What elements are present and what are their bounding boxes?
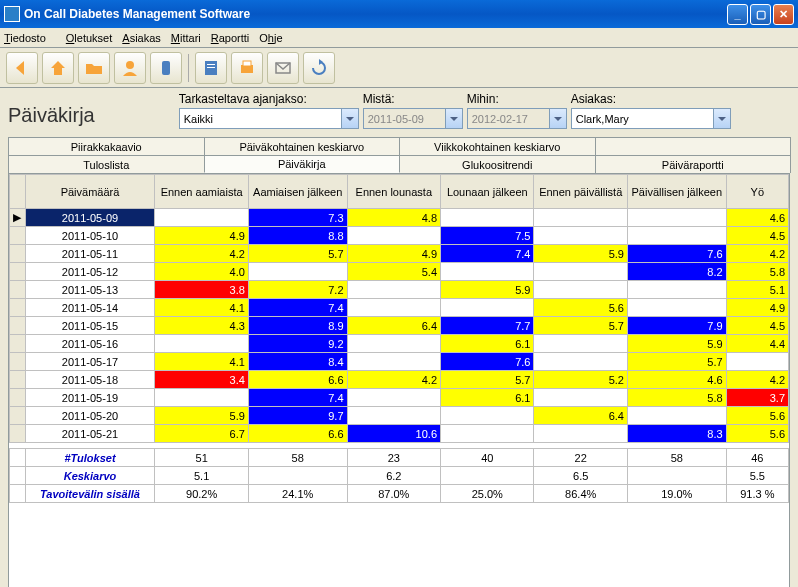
value-cell[interactable]: 5.7 xyxy=(534,317,627,335)
value-cell[interactable]: 4.3 xyxy=(155,317,248,335)
value-cell[interactable]: 4.5 xyxy=(726,317,788,335)
report-button[interactable] xyxy=(195,52,227,84)
tab-Glukoositrendi[interactable]: Glukoositrendi xyxy=(399,155,596,173)
value-cell[interactable]: 7.5 xyxy=(441,227,534,245)
value-cell[interactable]: 4.6 xyxy=(627,371,726,389)
value-cell[interactable]: 5.9 xyxy=(534,245,627,263)
value-cell[interactable] xyxy=(627,227,726,245)
table-row[interactable]: 2011-05-144.17.45.64.9 xyxy=(10,299,789,317)
value-cell[interactable]: 4.2 xyxy=(726,371,788,389)
value-cell[interactable]: 5.9 xyxy=(441,281,534,299)
value-cell[interactable]: 5.9 xyxy=(155,407,248,425)
value-cell[interactable]: 7.4 xyxy=(441,245,534,263)
value-cell[interactable]: 5.6 xyxy=(726,425,788,443)
from-date[interactable]: 2011-05-09 xyxy=(363,108,463,129)
value-cell[interactable]: 5.2 xyxy=(534,371,627,389)
date-cell[interactable]: 2011-05-10 xyxy=(25,227,155,245)
menu-oletukset[interactable]: Oletukset xyxy=(66,32,112,44)
value-cell[interactable]: 6.7 xyxy=(155,425,248,443)
value-cell[interactable]: 7.6 xyxy=(441,353,534,371)
value-cell[interactable]: 6.1 xyxy=(441,335,534,353)
value-cell[interactable]: 4.5 xyxy=(726,227,788,245)
value-cell[interactable]: 4.4 xyxy=(726,335,788,353)
value-cell[interactable] xyxy=(441,407,534,425)
tab-Tuloslista[interactable]: Tuloslista xyxy=(8,155,205,173)
value-cell[interactable]: 4.1 xyxy=(155,299,248,317)
value-cell[interactable]: 3.8 xyxy=(155,281,248,299)
date-cell[interactable]: 2011-05-15 xyxy=(25,317,155,335)
value-cell[interactable] xyxy=(534,353,627,371)
folder-button[interactable] xyxy=(78,52,110,84)
value-cell[interactable]: 8.3 xyxy=(627,425,726,443)
menu-tiedosto[interactable]: Tiedosto xyxy=(4,32,56,44)
value-cell[interactable] xyxy=(347,353,440,371)
value-cell[interactable] xyxy=(347,227,440,245)
user-button[interactable] xyxy=(114,52,146,84)
value-cell[interactable]: 9.7 xyxy=(248,407,347,425)
value-cell[interactable]: 7.4 xyxy=(248,299,347,317)
table-row[interactable]: 2011-05-183.46.64.25.75.24.64.2 xyxy=(10,371,789,389)
value-cell[interactable]: 4.9 xyxy=(155,227,248,245)
home-button[interactable] xyxy=(42,52,74,84)
value-cell[interactable] xyxy=(155,335,248,353)
table-row[interactable]: 2011-05-169.26.15.94.4 xyxy=(10,335,789,353)
value-cell[interactable] xyxy=(534,227,627,245)
value-cell[interactable]: 5.4 xyxy=(347,263,440,281)
value-cell[interactable] xyxy=(155,209,248,227)
value-cell[interactable] xyxy=(627,209,726,227)
maximize-button[interactable]: ▢ xyxy=(750,4,771,25)
value-cell[interactable] xyxy=(347,281,440,299)
value-cell[interactable]: 4.2 xyxy=(347,371,440,389)
value-cell[interactable]: 9.2 xyxy=(248,335,347,353)
value-cell[interactable]: 7.6 xyxy=(627,245,726,263)
value-cell[interactable]: 4.2 xyxy=(726,245,788,263)
mail-button[interactable] xyxy=(267,52,299,84)
value-cell[interactable]: 6.6 xyxy=(248,425,347,443)
value-cell[interactable]: 6.4 xyxy=(347,317,440,335)
value-cell[interactable]: 7.3 xyxy=(248,209,347,227)
value-cell[interactable] xyxy=(347,299,440,317)
date-cell[interactable]: 2011-05-19 xyxy=(25,389,155,407)
value-cell[interactable] xyxy=(534,389,627,407)
value-cell[interactable]: 5.1 xyxy=(726,281,788,299)
value-cell[interactable]: 3.7 xyxy=(726,389,788,407)
value-cell[interactable]: 4.0 xyxy=(155,263,248,281)
value-cell[interactable] xyxy=(534,335,627,353)
value-cell[interactable] xyxy=(726,353,788,371)
column-header[interactable]: Yö xyxy=(726,175,788,209)
value-cell[interactable] xyxy=(627,407,726,425)
value-cell[interactable]: 5.6 xyxy=(726,407,788,425)
value-cell[interactable]: 4.1 xyxy=(155,353,248,371)
column-header[interactable]: Lounaan jälkeen xyxy=(441,175,534,209)
date-cell[interactable]: 2011-05-21 xyxy=(25,425,155,443)
refresh-button[interactable] xyxy=(303,52,335,84)
value-cell[interactable]: 10.6 xyxy=(347,425,440,443)
table-row[interactable]: 2011-05-197.46.15.83.7 xyxy=(10,389,789,407)
date-cell[interactable]: 2011-05-14 xyxy=(25,299,155,317)
meter-button[interactable] xyxy=(150,52,182,84)
value-cell[interactable] xyxy=(534,425,627,443)
value-cell[interactable]: 8.4 xyxy=(248,353,347,371)
print-button[interactable] xyxy=(231,52,263,84)
value-cell[interactable]: 5.6 xyxy=(534,299,627,317)
table-row[interactable]: 2011-05-114.25.74.97.45.97.64.2 xyxy=(10,245,789,263)
value-cell[interactable]: 4.8 xyxy=(347,209,440,227)
menu-mittari[interactable]: Mittari xyxy=(171,32,201,44)
date-cell[interactable]: 2011-05-12 xyxy=(25,263,155,281)
value-cell[interactable]: 6.1 xyxy=(441,389,534,407)
column-header[interactable]: Aamiaisen jälkeen xyxy=(248,175,347,209)
value-cell[interactable]: 4.9 xyxy=(347,245,440,263)
menu-raportti[interactable]: Raportti xyxy=(211,32,250,44)
value-cell[interactable]: 6.4 xyxy=(534,407,627,425)
value-cell[interactable]: 4.2 xyxy=(155,245,248,263)
value-cell[interactable]: 7.2 xyxy=(248,281,347,299)
value-cell[interactable]: 4.6 xyxy=(726,209,788,227)
close-button[interactable]: ✕ xyxy=(773,4,794,25)
value-cell[interactable]: 5.7 xyxy=(627,353,726,371)
column-header[interactable]: Päivällisen jälkeen xyxy=(627,175,726,209)
date-cell[interactable]: 2011-05-09 xyxy=(25,209,155,227)
value-cell[interactable] xyxy=(155,389,248,407)
value-cell[interactable]: 3.4 xyxy=(155,371,248,389)
value-cell[interactable] xyxy=(347,407,440,425)
date-cell[interactable]: 2011-05-17 xyxy=(25,353,155,371)
